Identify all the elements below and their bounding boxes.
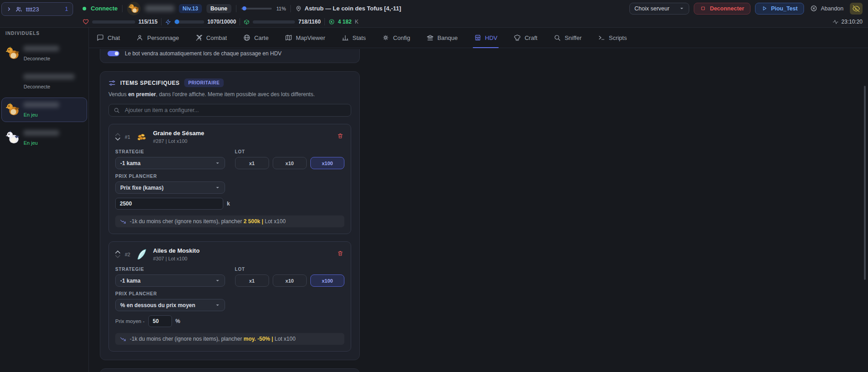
- users-icon: [15, 6, 22, 13]
- accounts-selector[interactable]: tttt23 1: [1, 2, 73, 16]
- top-header: tttt23 1 Connecte Niv.13 Boune: [0, 0, 868, 28]
- divider: [324, 18, 325, 25]
- gear-icon: [382, 34, 389, 41]
- item-name: Ailes de Moskito: [153, 247, 200, 254]
- tab-craft[interactable]: Craft: [512, 28, 539, 48]
- reorder-controls[interactable]: [115, 250, 120, 258]
- tab-label: Banque: [437, 34, 458, 41]
- tab-scripts[interactable]: Scripts: [597, 28, 628, 48]
- character-list-item[interactable]: Deconnecte: [1, 69, 87, 94]
- lot-x10-button[interactable]: x10: [273, 274, 307, 287]
- divider: [161, 18, 162, 25]
- reorder-controls[interactable]: [115, 133, 120, 141]
- server-select[interactable]: Choix serveur: [629, 3, 689, 15]
- character-status: En jeu: [24, 112, 82, 117]
- chat-icon: [97, 34, 104, 41]
- piou-test-button[interactable]: Piou_Test: [755, 3, 804, 15]
- lot-label: LOT: [235, 267, 345, 272]
- tab-label: Combat: [206, 34, 227, 41]
- level-progress-value: 11%: [276, 6, 286, 11]
- floor-mode-select[interactable]: % en dessous du prix moyen: [115, 299, 225, 311]
- lot-x100-button[interactable]: x100: [310, 157, 344, 169]
- hide-window-button[interactable]: [850, 3, 863, 15]
- abandon-button[interactable]: Abandon: [809, 3, 845, 14]
- character-status: Deconnecte: [24, 56, 82, 61]
- strategy-select[interactable]: -1 kama: [115, 157, 225, 169]
- move-up-icon: [115, 250, 120, 254]
- item-summary: -1k du moins cher (ignore nos items), pl…: [115, 333, 344, 345]
- tab-label: Sniffer: [564, 34, 581, 41]
- move-up-icon: [115, 133, 120, 136]
- character-list-item[interactable]: En jeu: [1, 126, 87, 150]
- disconnect-button[interactable]: Deconnecter: [694, 3, 750, 15]
- hp-stat: 115/115: [83, 19, 157, 25]
- summary-text: -1k du moins cher (ignore nos items), pl…: [130, 336, 244, 342]
- floor-mode-select[interactable]: Prix fixe (kamas): [115, 181, 225, 194]
- tab-personnage[interactable]: Personnage: [135, 28, 180, 48]
- fixed-price-input[interactable]: [115, 198, 223, 210]
- lot-x10-button[interactable]: x10: [273, 157, 307, 169]
- delete-item-button[interactable]: [336, 249, 344, 258]
- summary-lot: Lot x100: [275, 336, 295, 342]
- lot-x100-button[interactable]: x100: [310, 274, 344, 287]
- chevron-down-icon: [215, 185, 220, 190]
- move-down-icon: [115, 255, 120, 258]
- configured-item-row: #1 Graine de Sésame #287 | Lot x100: [108, 124, 351, 234]
- lot-x1-button[interactable]: x1: [235, 274, 269, 287]
- tab-label: HDV: [485, 34, 497, 41]
- tab-label: MapViewer: [296, 34, 325, 41]
- specific-items-card: ITEMS SPECIFIQUES PRIORITAIRE Vendus en …: [100, 71, 360, 360]
- character-name-blurred: [24, 46, 59, 51]
- mode-badge: Boune: [206, 4, 231, 13]
- hp-value: 115/115: [138, 19, 157, 25]
- tofu-white-avatar: [5, 130, 20, 145]
- bank-icon: [427, 34, 434, 41]
- lot-options: x1 x10 x100: [235, 157, 345, 169]
- tab-chat[interactable]: Chat: [95, 28, 121, 48]
- percent-below-input[interactable]: [148, 315, 172, 327]
- map-location-text: Astrub — Le coin des Tofus [4,-11]: [304, 5, 401, 12]
- stop-square-icon: [700, 5, 706, 11]
- main-panel: Chat Personnage Combat Carte MapViewer S…: [89, 28, 868, 372]
- tofu-orange-avatar: [5, 46, 20, 61]
- character-list-item-selected[interactable]: En jeu: [1, 98, 87, 122]
- auto-sell-toggle[interactable]: [108, 51, 119, 56]
- tab-bar: Chat Personnage Combat Carte MapViewer S…: [89, 28, 868, 48]
- vertical-scrollbar[interactable]: [864, 86, 866, 280]
- piou-test-label: Piou_Test: [771, 5, 798, 12]
- tab-combat[interactable]: Combat: [194, 28, 229, 48]
- summary-separator: |: [260, 218, 265, 225]
- tab-config[interactable]: Config: [381, 28, 412, 48]
- add-item-search[interactable]: [108, 104, 351, 117]
- delete-item-button[interactable]: [336, 132, 344, 140]
- tab-stats[interactable]: Stats: [340, 28, 368, 48]
- tab-mapviewer[interactable]: MapViewer: [284, 28, 327, 48]
- character-list-item[interactable]: Deconnecte: [1, 41, 87, 66]
- connection-status-dot: [83, 7, 86, 10]
- character-stats-row: 115/115 1070/10000 718/1160 4 182 K: [83, 17, 868, 27]
- globe-icon: [243, 34, 250, 41]
- lot-label: LOT: [235, 149, 345, 154]
- moskito-wing-item-icon: [135, 248, 148, 261]
- summary-text: -1k du moins cher (ignore nos items), pl…: [130, 218, 244, 225]
- chevron-down-icon: [679, 6, 684, 11]
- floor-price-label: PRIX PLANCHER: [115, 291, 344, 296]
- tab-label: Craft: [525, 34, 537, 41]
- map-pin-icon: [295, 5, 302, 12]
- energy-bar: [174, 20, 204, 24]
- lot-x1-button[interactable]: x1: [235, 157, 269, 169]
- tab-label: Config: [393, 34, 410, 41]
- accounts-count: 1: [65, 6, 68, 12]
- tab-carte[interactable]: Carte: [242, 28, 270, 48]
- x-circle-icon: [810, 5, 817, 12]
- add-item-search-input[interactable]: [124, 107, 346, 114]
- tab-label: Chat: [108, 34, 120, 41]
- trending-down-icon: [120, 336, 126, 342]
- tab-banque[interactable]: Banque: [425, 28, 459, 48]
- tab-sniffer[interactable]: Sniffer: [552, 28, 583, 48]
- character-name-blurred: [145, 5, 174, 11]
- sesame-seed-item-icon: [135, 130, 148, 144]
- strategy-select[interactable]: -1 kama: [115, 274, 225, 287]
- tab-hdv[interactable]: HDV: [473, 28, 499, 48]
- xp-bar: [253, 20, 295, 24]
